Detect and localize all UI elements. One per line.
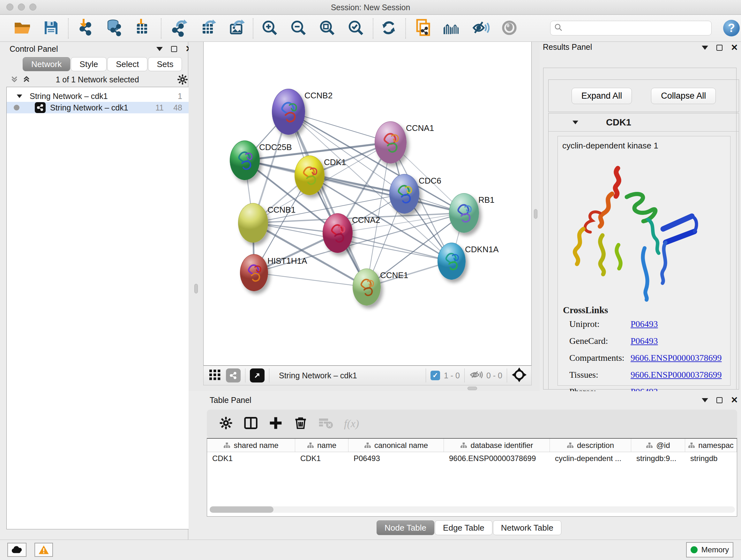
network-node-CCNB1[interactable] <box>238 203 268 243</box>
zoom-selected-button[interactable] <box>346 19 365 38</box>
column-header-namespac[interactable]: namespac <box>685 439 737 452</box>
collapse-all-button[interactable]: Collapse All <box>651 88 716 104</box>
column-type-icon <box>307 442 314 449</box>
left-splitter[interactable] <box>189 42 203 391</box>
hide-details-button[interactable] <box>471 19 490 38</box>
panel-close-icon[interactable]: ✕ <box>731 397 738 403</box>
save-session-button[interactable] <box>42 19 61 38</box>
bottom-splitter-handle[interactable] <box>468 387 477 390</box>
crosslink-link[interactable]: 9606.ENSP00000378699 <box>630 370 722 380</box>
cloud-button[interactable] <box>7 543 26 557</box>
string-panel-toggle-icon[interactable] <box>226 368 241 382</box>
table-cell[interactable]: stringdb <box>685 452 737 465</box>
tab-network[interactable]: Network <box>23 57 70 71</box>
column-header--id[interactable]: @id <box>631 439 685 452</box>
search-input[interactable] <box>563 23 704 33</box>
table-panel-title: Table Panel <box>210 395 252 405</box>
help-button[interactable]: ? <box>723 20 740 37</box>
show-details-button[interactable] <box>500 19 519 38</box>
network-node-CDC25B[interactable] <box>230 140 260 180</box>
zoom-out-button[interactable] <box>289 19 308 38</box>
open-in-new-window-icon[interactable] <box>250 368 265 382</box>
tab-node-table[interactable]: Node Table <box>377 520 434 535</box>
node-detail-header[interactable]: CDK1 <box>549 113 739 132</box>
export-image-button[interactable] <box>227 19 247 38</box>
network-node-CCNA2[interactable] <box>323 213 353 253</box>
delete-column-trash-icon[interactable] <box>293 416 308 431</box>
table-cell[interactable]: CDK1 <box>207 452 295 465</box>
panel-float-icon[interactable] <box>171 46 177 52</box>
panel-close-icon[interactable]: ✕ <box>731 44 738 51</box>
fit-selected-crosshair-icon[interactable] <box>512 367 527 384</box>
panel-menu-icon[interactable] <box>156 47 163 51</box>
export-table-icon <box>199 19 217 38</box>
export-table-button[interactable] <box>199 19 218 38</box>
refresh-button[interactable] <box>379 19 398 38</box>
table-settings-gear-icon[interactable] <box>219 416 233 431</box>
table-cell[interactable]: cyclin-dependent ... <box>550 452 631 465</box>
bottom-splitter[interactable] <box>203 385 532 391</box>
crosslink-link[interactable]: P06493 <box>630 319 658 329</box>
network-node-CDC6[interactable] <box>389 174 419 213</box>
right-splitter-handle[interactable] <box>534 209 537 219</box>
column-header-canonical-name[interactable]: canonical name <box>348 439 444 452</box>
table-cell[interactable]: P06493 <box>348 452 444 465</box>
scrollbar-thumb[interactable] <box>210 506 273 513</box>
network-overview-button[interactable] <box>442 19 461 38</box>
panel-float-icon[interactable] <box>717 397 723 403</box>
search-box[interactable] <box>550 21 712 36</box>
zoom-fit-button[interactable] <box>318 19 337 38</box>
network-node-CCNA1[interactable] <box>375 121 407 164</box>
hidden-eye-icon[interactable] <box>469 370 483 381</box>
column-header-database-identifier[interactable]: database identifier <box>444 439 550 452</box>
import-table-button[interactable] <box>133 19 152 38</box>
network-node-RB1[interactable] <box>449 193 479 233</box>
panel-menu-icon[interactable] <box>702 398 708 402</box>
show-columns-icon[interactable] <box>244 416 258 431</box>
crosslink-link[interactable]: P06493 <box>630 336 658 346</box>
tab-network-table[interactable]: Network Table <box>493 520 561 535</box>
memory-button[interactable]: Memory <box>686 542 733 557</box>
crosslink-link[interactable]: 9606.ENSP00000378699 <box>630 353 722 363</box>
add-column-icon[interactable] <box>269 416 283 431</box>
warnings-button[interactable] <box>35 543 53 557</box>
expand-all-tree-icon[interactable] <box>22 74 31 85</box>
right-splitter[interactable] <box>532 42 540 391</box>
table-cell[interactable]: stringdb:9... <box>631 452 685 465</box>
tab-select[interactable]: Select <box>107 57 147 71</box>
network-collection-row[interactable]: String Network – cdk1 1 <box>7 90 189 102</box>
panel-float-icon[interactable] <box>717 45 723 51</box>
table-cell[interactable]: CDK1 <box>295 452 348 465</box>
table-cell[interactable]: 9606.ENSP00000378699 <box>444 452 550 465</box>
network-canvas[interactable]: CCNB2 CCNA1 CDC25B CDK1 CDC6 R <box>203 42 532 366</box>
network-node-CDKN1A[interactable] <box>437 243 466 280</box>
table-row[interactable]: CDK1CDK1P064939606.ENSP00000378699cyclin… <box>207 452 737 465</box>
tab-style[interactable]: Style <box>71 57 107 71</box>
tab-sets[interactable]: Sets <box>148 57 182 71</box>
network-node-CCNE1[interactable] <box>353 268 381 306</box>
open-session-button[interactable] <box>13 19 32 38</box>
network-node-HIST1H1A[interactable] <box>240 254 268 291</box>
column-header-description[interactable]: description <box>550 439 631 452</box>
left-splitter-handle[interactable] <box>194 284 198 294</box>
network-node-CCNB2[interactable] <box>272 89 305 135</box>
table-horizontal-scrollbar[interactable] <box>210 506 735 513</box>
collapse-all-tree-icon[interactable] <box>10 74 19 85</box>
tree-options-gear-icon[interactable] <box>177 74 188 86</box>
zoom-in-button[interactable] <box>260 19 279 38</box>
import-database-button[interactable] <box>105 19 124 38</box>
column-header-name[interactable]: name <box>295 439 348 452</box>
collection-expand-icon[interactable] <box>17 94 22 98</box>
tab-edge-table[interactable]: Edge Table <box>435 520 492 535</box>
birdseye-view-icon[interactable] <box>209 369 221 382</box>
clone-network-button[interactable] <box>414 19 433 38</box>
export-network-button[interactable] <box>170 19 189 38</box>
collapse-entry-icon[interactable] <box>572 120 578 124</box>
column-header-shared-name[interactable]: shared name <box>207 439 295 452</box>
network-node-CDK1[interactable] <box>294 155 325 195</box>
panel-menu-icon[interactable] <box>702 46 708 50</box>
selected-checkbox[interactable]: ✓ <box>430 371 440 380</box>
network-row[interactable]: String Network – cdk1 11 48 <box>7 102 189 113</box>
expand-all-button[interactable]: Expand All <box>571 88 632 104</box>
import-network-button[interactable] <box>76 19 95 38</box>
